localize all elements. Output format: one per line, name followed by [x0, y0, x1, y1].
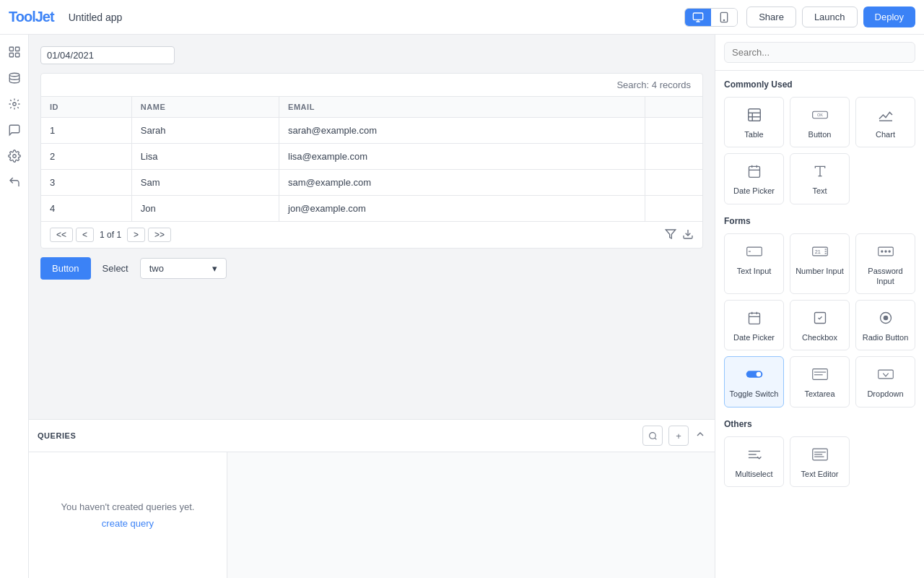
select-label: Select — [103, 263, 128, 274]
table-cell-name: Jon — [131, 196, 279, 222]
search-record-count: Search: 4 records — [616, 79, 691, 90]
table-cell-email: jon@example.com — [279, 196, 645, 222]
launch-button[interactable]: Launch — [802, 7, 858, 27]
pagination: << < 1 of 1 > >> — [50, 228, 171, 242]
component-radio-button-label: Radio Button — [863, 332, 909, 342]
canvas-inner: 01/04/2021 Search: 4 records ID NAME EMA… — [40, 46, 703, 393]
component-checkbox[interactable]: Checkbox — [790, 300, 850, 350]
next-page-button[interactable]: > — [127, 228, 145, 242]
svg-rect-5 — [9, 53, 13, 57]
component-radio-button[interactable]: Radio Button — [855, 300, 915, 350]
component-password-input[interactable]: Password Input — [855, 233, 915, 295]
create-query-button[interactable]: create query — [102, 518, 154, 529]
svg-rect-38 — [749, 314, 759, 324]
integrations-icon[interactable] — [3, 92, 26, 116]
multiselect-icon — [746, 444, 762, 465]
component-date-picker-label: Date Picker — [733, 186, 775, 196]
prev-page-button[interactable]: < — [76, 228, 94, 242]
component-table[interactable]: Table — [724, 97, 784, 147]
svg-rect-14 — [748, 109, 760, 121]
queries-list: You haven't created queries yet. create … — [29, 452, 227, 578]
others-grid: Multiselect Text Editor — [724, 436, 915, 487]
svg-point-2 — [724, 20, 725, 20]
pages-icon[interactable] — [3, 40, 26, 64]
svg-text:OK: OK — [817, 113, 823, 117]
table-cell-email: sarah@example.com — [279, 118, 645, 144]
desktop-view-button[interactable] — [685, 9, 711, 26]
queries-title: QUERIES — [38, 431, 637, 440]
svg-point-12 — [649, 432, 655, 439]
table-row: 1Sarahsarah@example.com — [41, 118, 702, 144]
component-multiselect[interactable]: Multiselect — [724, 436, 784, 487]
select-value: two — [149, 263, 164, 274]
text-editor-icon — [812, 444, 828, 465]
settings-icon[interactable] — [3, 144, 26, 168]
component-text[interactable]: Text — [790, 153, 850, 204]
last-page-button[interactable]: >> — [148, 228, 171, 242]
topbar: ToolJet Untitled app Share Launch Deploy — [0, 0, 924, 35]
date-input[interactable]: 01/04/2021 — [40, 46, 175, 64]
select-dropdown[interactable]: two ▾ — [140, 258, 227, 279]
component-text-input-label: Text Input — [737, 266, 772, 276]
component-dropdown[interactable]: Dropdown — [855, 356, 915, 407]
dropdown-chevron-icon: ▾ — [212, 263, 217, 274]
svg-rect-21 — [749, 167, 759, 178]
comments-icon[interactable] — [3, 118, 26, 142]
component-chart-label: Chart — [876, 129, 895, 139]
component-search-input[interactable] — [724, 42, 915, 63]
component-button-label: Button — [808, 129, 832, 139]
primary-button[interactable]: Button — [40, 257, 91, 280]
dropdown-icon — [878, 364, 894, 384]
commonly-used-title: Commonly Used — [724, 79, 915, 90]
queries-empty-message: You haven't created queries yet. — [61, 501, 195, 512]
svg-text:21: 21 — [814, 249, 820, 255]
forms-title: Forms — [724, 216, 915, 226]
component-toggle-switch[interactable]: Toggle Switch — [724, 356, 784, 407]
chart-icon — [878, 105, 894, 125]
svg-rect-0 — [694, 13, 703, 20]
table-actions — [665, 228, 694, 242]
queries-detail — [227, 452, 715, 578]
mobile-view-button[interactable] — [711, 9, 737, 26]
deploy-button[interactable]: Deploy — [863, 7, 915, 27]
main-layout: 01/04/2021 Search: 4 records ID NAME EMA… — [0, 35, 924, 578]
component-textarea[interactable]: Textarea — [790, 356, 850, 407]
debug-icon[interactable] — [3, 171, 26, 194]
download-button[interactable] — [682, 228, 694, 242]
queries-add-button[interactable]: + — [668, 426, 689, 446]
component-number-input[interactable]: 21 Number Input — [790, 233, 850, 295]
datepicker-form-icon — [747, 308, 762, 328]
others-title: Others — [724, 419, 915, 429]
filter-button[interactable] — [665, 228, 676, 242]
database-icon[interactable] — [3, 66, 26, 90]
first-page-button[interactable]: << — [50, 228, 73, 242]
component-text-editor[interactable]: Text Editor — [790, 436, 850, 487]
table-cell-email: sam@example.com — [279, 170, 645, 196]
canvas-area: 01/04/2021 Search: 4 records ID NAME EMA… — [29, 35, 715, 578]
component-text-editor-label: Text Editor — [801, 469, 839, 479]
table-cell-extra — [645, 118, 702, 144]
textarea-icon — [812, 364, 828, 384]
queries-search-button[interactable] — [642, 426, 663, 446]
svg-point-7 — [9, 73, 19, 77]
data-table: ID NAME EMAIL 1Sarahsarah@example.com2Li… — [41, 97, 702, 221]
share-button[interactable]: Share — [746, 7, 796, 27]
component-date-picker-form-label: Date Picker — [733, 332, 775, 342]
col-header-name: NAME — [131, 97, 279, 118]
component-date-picker-form[interactable]: Date Picker — [724, 300, 784, 350]
svg-point-44 — [883, 316, 888, 321]
svg-rect-47 — [812, 369, 827, 380]
component-checkbox-label: Checkbox — [802, 332, 837, 342]
table-footer: << < 1 of 1 > >> — [41, 221, 702, 248]
queries-collapse-button[interactable] — [694, 428, 706, 443]
component-text-input[interactable]: Text Input — [724, 233, 784, 295]
component-button[interactable]: OK Button — [790, 97, 850, 147]
col-header-email: EMAIL — [279, 97, 645, 118]
component-chart[interactable]: Chart — [855, 97, 915, 147]
number-input-icon: 21 — [812, 241, 828, 262]
components-panel: Commonly Used Table OK Button — [715, 71, 924, 578]
component-date-picker[interactable]: Date Picker — [724, 153, 784, 204]
text-icon — [813, 161, 827, 181]
radio-button-icon — [879, 308, 893, 328]
topbar-actions: Share Launch Deploy — [746, 7, 915, 27]
